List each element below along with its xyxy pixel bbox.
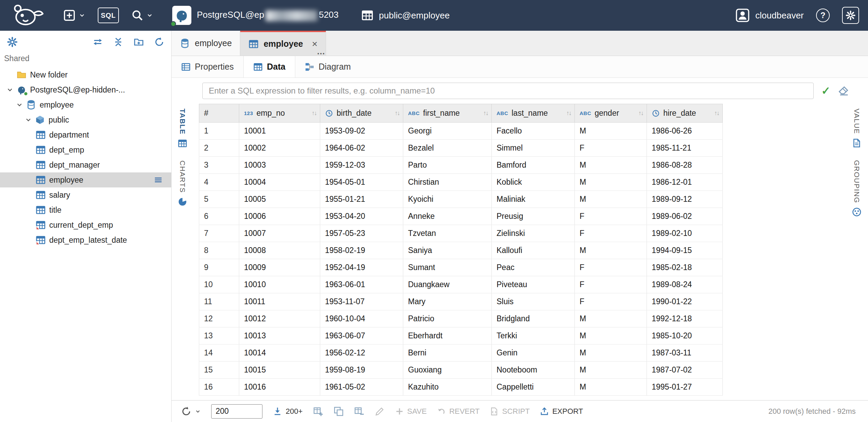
tab-properties[interactable]: Properties [172,56,243,78]
presentation-tab-charts[interactable]: CHARTS [178,160,187,207]
column-header-emp_no[interactable]: 123 emp_no ↑↓ [239,104,320,123]
script-button[interactable]: SCRIPT [490,407,530,416]
chevron-down-icon[interactable] [16,101,23,109]
sort-icon[interactable]: ↑↓ [566,110,571,117]
sql-filter-input[interactable] [202,83,814,99]
row-limit-input[interactable] [211,404,262,419]
row-number-cell[interactable]: 4 [199,174,239,191]
data-cell[interactable]: F [575,225,647,242]
sort-icon[interactable]: ↑↓ [638,110,643,117]
user-menu[interactable]: cloudbeaver [735,8,804,23]
data-cell[interactable]: 10008 [239,242,320,259]
data-cell[interactable]: 1986-12-01 [647,174,723,191]
data-cell[interactable]: Bamford [492,157,575,174]
data-cell[interactable]: 10010 [239,276,320,293]
data-cell[interactable]: F [575,259,647,276]
tree-item-database-employee[interactable]: employee [0,97,171,112]
sort-icon[interactable]: ↑↓ [395,110,399,117]
cloudbeaver-logo[interactable] [9,3,44,28]
data-cell[interactable]: 1953-04-20 [320,208,403,225]
tree-item-table-salary[interactable]: salary [0,187,171,202]
data-cell[interactable]: 1959-08-19 [320,362,403,379]
data-cell[interactable]: Zielinski [492,225,575,242]
data-cell[interactable]: M [575,327,647,344]
row-number-cell[interactable]: 16 [199,379,239,396]
row-number-cell[interactable]: 10 [199,276,239,293]
data-cell[interactable]: 1985-10-20 [647,327,723,344]
apply-filter-check-icon[interactable]: ✓ [821,85,830,96]
help-button[interactable]: ? [816,9,830,22]
data-cell[interactable]: Koblick [492,174,575,191]
column-header-hire_date[interactable]: hire_date ↑↓ [647,104,723,123]
data-cell[interactable]: F [575,208,647,225]
fetch-more-button[interactable]: 200+ [273,407,303,416]
delete-row-icon[interactable] [354,406,364,417]
data-cell[interactable]: M [575,310,647,327]
data-cell[interactable]: 1986-08-28 [647,157,723,174]
data-cell[interactable]: 10005 [239,191,320,208]
data-cell[interactable]: Maliniak [492,191,575,208]
data-cell[interactable]: Piveteau [492,276,575,293]
data-cell[interactable]: 10004 [239,174,320,191]
data-cell[interactable]: Facello [492,123,575,140]
data-cell[interactable]: M [575,123,647,140]
sync-connections-icon[interactable] [93,37,103,47]
tree-item-view-current_dept_emp[interactable]: current_dept_emp [0,217,171,233]
data-cell[interactable]: 1960-10-04 [320,310,403,327]
data-cell[interactable]: M [575,174,647,191]
data-cell[interactable]: F [575,140,647,157]
data-cell[interactable]: 1987-07-02 [647,362,723,379]
data-cell[interactable]: Anneke [403,208,492,225]
column-header-gender[interactable]: ABC gender ↑↓ [575,104,647,123]
data-cell[interactable]: 1953-11-07 [320,293,403,310]
data-cell[interactable]: 10016 [239,379,320,396]
collapse-all-icon[interactable] [113,37,123,47]
data-cell[interactable]: Parto [403,157,492,174]
tree-item-schema-public[interactable]: public [0,112,171,127]
data-cell[interactable]: 1954-05-01 [320,174,403,191]
data-cell[interactable]: 10014 [239,344,320,362]
revert-button[interactable]: REVERT [437,407,480,416]
data-cell[interactable]: 1995-01-27 [647,379,723,396]
tab-employee-database[interactable]: employee [172,31,240,56]
data-cell[interactable]: 10011 [239,293,320,310]
data-cell[interactable]: 10009 [239,259,320,276]
data-cell[interactable]: Kyoichi [403,191,492,208]
tab-data[interactable]: Data [243,56,295,78]
tree-item-table-dept_emp[interactable]: dept_emp [0,142,171,157]
data-cell[interactable]: 10001 [239,123,320,140]
column-header-first_name[interactable]: ABC first_name ↑↓ [403,104,492,123]
data-cell[interactable]: M [575,379,647,396]
add-row-icon[interactable] [313,406,323,417]
sort-icon[interactable]: ↑↓ [483,110,488,117]
data-cell[interactable]: Tzvetan [403,225,492,242]
data-cell[interactable]: 1989-06-02 [647,208,723,225]
data-cell[interactable]: 1964-06-02 [320,140,403,157]
data-cell[interactable]: 1953-09-02 [320,123,403,140]
settings-button[interactable] [842,7,859,24]
edit-value-icon[interactable] [375,406,385,417]
data-cell[interactable]: F [575,276,647,293]
data-cell[interactable]: 1985-02-18 [647,259,723,276]
data-cell[interactable]: 1994-09-15 [647,242,723,259]
data-cell[interactable]: 10003 [239,157,320,174]
data-cell[interactable]: 10007 [239,225,320,242]
sidebar-settings-gear-icon[interactable] [7,37,18,47]
data-cell[interactable]: Eberhardt [403,327,492,344]
data-cell[interactable]: 1989-08-24 [647,276,723,293]
data-cell[interactable]: 1963-06-01 [320,276,403,293]
data-cell[interactable]: Sluis [492,293,575,310]
panel-tab-value[interactable]: VALUE [852,109,862,148]
duplicate-row-icon[interactable] [334,406,344,417]
data-cell[interactable]: Patricio [403,310,492,327]
row-number-cell[interactable]: 3 [199,157,239,174]
data-cell[interactable]: Preusig [492,208,575,225]
row-number-cell[interactable]: 13 [199,327,239,344]
data-cell[interactable]: M [575,344,647,362]
data-cell[interactable]: Simmel [492,140,575,157]
data-cell[interactable]: 10015 [239,362,320,379]
data-cell[interactable]: 1955-01-21 [320,191,403,208]
sql-editor-button[interactable]: SQL [98,8,119,23]
data-cell[interactable]: Saniya [403,242,492,259]
sort-icon[interactable]: ↑↓ [714,110,719,117]
